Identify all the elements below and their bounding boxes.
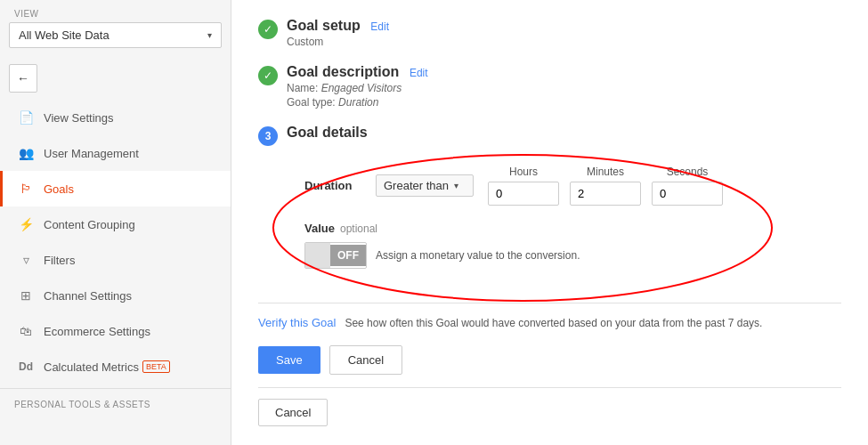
sidebar-item-label: Calculated Metrics bbox=[44, 360, 139, 374]
step1-done-icon: ✓ bbox=[258, 20, 278, 39]
cancel-inline-button[interactable]: Cancel bbox=[329, 345, 402, 375]
view-dropdown[interactable]: All Web Site Data ▾ bbox=[9, 22, 222, 48]
value-toggle[interactable]: OFF bbox=[304, 242, 367, 269]
minutes-input[interactable] bbox=[570, 182, 641, 206]
step2-edit-link[interactable]: Edit bbox=[410, 67, 428, 79]
sidebar-item-label: Content Grouping bbox=[44, 218, 135, 231]
step1-edit-link[interactable]: Edit bbox=[370, 20, 389, 33]
verify-goal-link[interactable]: Verify this Goal bbox=[258, 316, 336, 329]
sidebar-item-channel-settings[interactable]: ⊞ Channel Settings bbox=[0, 278, 231, 313]
minutes-field-group: Minutes bbox=[570, 166, 641, 206]
main-content: ✓ Goal setup Edit Custom ✓ Goal descript… bbox=[231, 0, 868, 445]
sidebar-item-label: Ecommerce Settings bbox=[44, 325, 150, 338]
toggle-description: Assign a monetary value to the conversio… bbox=[376, 249, 580, 262]
cancel-row: Cancel bbox=[258, 387, 841, 426]
personal-tools-section-label: PERSONAL TOOLS & ASSETS bbox=[0, 388, 231, 413]
step2-name-label: Name: bbox=[287, 82, 318, 94]
sidebar-item-user-management[interactable]: 👥 User Management bbox=[0, 135, 231, 171]
seconds-label: Seconds bbox=[667, 166, 709, 178]
sidebar-item-ecommerce-settings[interactable]: 🛍 Ecommerce Settings bbox=[0, 313, 231, 349]
optional-text: optional bbox=[340, 222, 377, 235]
step2-title: Goal description bbox=[287, 64, 399, 79]
file-icon: 📄 bbox=[17, 109, 35, 126]
toggle-slider bbox=[305, 243, 330, 268]
step3-title: Goal details bbox=[287, 125, 368, 140]
time-fields: Hours Minutes Seconds bbox=[488, 166, 723, 206]
hours-label: Hours bbox=[509, 166, 538, 178]
view-dropdown-text: All Web Site Data bbox=[19, 28, 110, 42]
flag-icon: 🏳 bbox=[17, 180, 35, 198]
seconds-field-group: Seconds bbox=[652, 166, 723, 206]
verify-section: Verify this Goal See how often this Goal… bbox=[258, 303, 841, 329]
sidebar-item-goals[interactable]: 🏳 Goals bbox=[0, 171, 231, 206]
sidebar-item-filters[interactable]: ▿ Filters bbox=[0, 242, 231, 278]
step2-type-value: Duration bbox=[338, 96, 378, 109]
beta-badge: BETA bbox=[142, 360, 170, 373]
toggle-off-label: OFF bbox=[330, 245, 366, 266]
step2-done-icon: ✓ bbox=[258, 66, 278, 85]
filter-icon: ▿ bbox=[17, 251, 35, 269]
toggle-row: OFF Assign a monetary value to the conve… bbox=[304, 242, 723, 269]
view-label: VIEW bbox=[0, 0, 231, 22]
grid-icon: ⊞ bbox=[17, 287, 35, 304]
step2-type-label: Goal type: bbox=[287, 96, 336, 109]
step1-title: Goal setup bbox=[287, 18, 361, 33]
step2-name-line: Name: Engaged Visitors bbox=[287, 82, 428, 94]
greater-than-dropdown[interactable]: Greater than ▾ bbox=[376, 174, 474, 197]
back-button[interactable]: ← bbox=[9, 64, 37, 93]
duration-row: Duration Greater than ▾ Hours Minutes bbox=[304, 166, 723, 206]
dd-icon: Dd bbox=[17, 358, 35, 376]
step3-num-icon: 3 bbox=[258, 126, 278, 146]
duration-label: Duration bbox=[304, 179, 376, 192]
sidebar-item-label: User Management bbox=[44, 147, 139, 160]
hours-input[interactable] bbox=[488, 182, 559, 206]
chevron-down-icon: ▾ bbox=[454, 181, 458, 190]
minutes-label: Minutes bbox=[587, 166, 624, 178]
step-goal-setup: ✓ Goal setup Edit Custom bbox=[258, 18, 841, 48]
value-header-row: Value optional bbox=[304, 222, 723, 235]
sidebar-item-label: Filters bbox=[44, 254, 75, 267]
verify-description: See how often this Goal would have conve… bbox=[345, 317, 762, 329]
step2-name-value: Engaged Visitors bbox=[321, 82, 402, 94]
step1-subtitle: Custom bbox=[287, 36, 389, 48]
cart-icon: 🛍 bbox=[17, 322, 35, 340]
value-label: Value bbox=[304, 222, 335, 235]
chevron-down-icon: ▾ bbox=[207, 30, 212, 40]
step-goal-details: 3 Goal details bbox=[258, 125, 841, 146]
sidebar-item-label: Goals bbox=[44, 182, 74, 196]
action-row: Save Cancel bbox=[258, 345, 841, 375]
cancel-bottom-button[interactable]: Cancel bbox=[258, 399, 328, 426]
sidebar-item-calculated-metrics[interactable]: Dd Calculated Metrics BETA bbox=[0, 349, 231, 384]
bolt-icon: ⚡ bbox=[17, 215, 35, 233]
seconds-input[interactable] bbox=[652, 182, 723, 206]
step2-type-line: Goal type: Duration bbox=[287, 96, 428, 109]
sidebar-item-content-grouping[interactable]: ⚡ Content Grouping bbox=[0, 206, 231, 242]
sidebar: VIEW All Web Site Data ▾ ← 📄 View Settin… bbox=[0, 0, 231, 445]
sidebar-item-label: View Settings bbox=[44, 111, 114, 125]
users-icon: 👥 bbox=[17, 144, 35, 162]
sidebar-item-label: Channel Settings bbox=[44, 289, 132, 303]
sidebar-item-view-settings[interactable]: 📄 View Settings bbox=[0, 100, 231, 135]
save-button[interactable]: Save bbox=[258, 346, 320, 374]
dropdown-value: Greater than bbox=[384, 179, 449, 192]
step-goal-description: ✓ Goal description Edit Name: Engaged Vi… bbox=[258, 64, 841, 109]
hours-field-group: Hours bbox=[488, 166, 559, 206]
